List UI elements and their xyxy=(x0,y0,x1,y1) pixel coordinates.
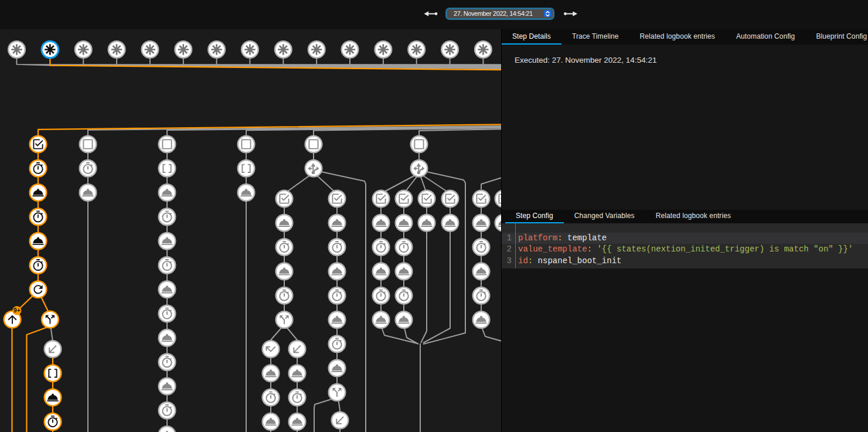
svg-text:9+: 9+ xyxy=(13,307,21,314)
